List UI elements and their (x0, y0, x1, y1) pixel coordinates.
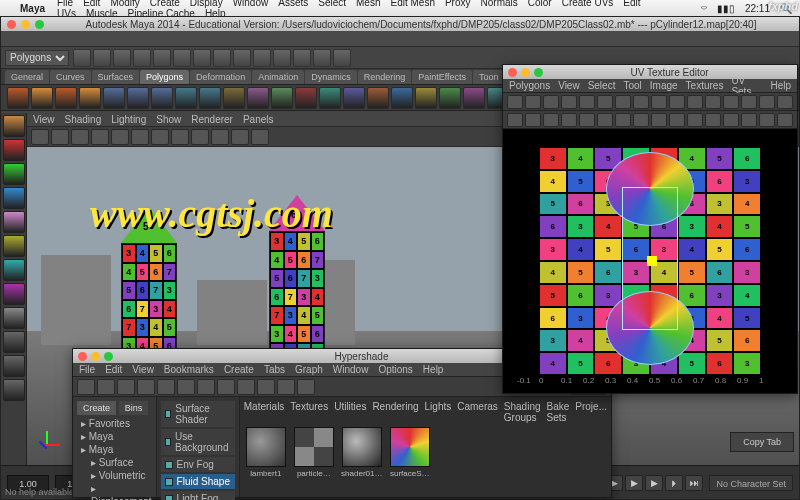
hs-tab[interactable]: Rendering (372, 401, 418, 423)
shelf-tab-animation[interactable]: Animation (252, 70, 304, 84)
shelf-icon[interactable] (247, 87, 269, 109)
status-icon[interactable] (173, 49, 191, 67)
hs-tab[interactable]: Utilities (334, 401, 366, 423)
uv-manipulator[interactable] (647, 256, 657, 266)
shelf-tab-painteffects[interactable]: PaintEffects (412, 70, 472, 84)
uv-tool[interactable] (777, 95, 793, 109)
shelf-tab-dynamics[interactable]: Dynamics (305, 70, 357, 84)
uv-canvas[interactable]: 3456345645634563563456346345634534563456… (503, 129, 797, 393)
tool-button[interactable] (3, 163, 25, 185)
shelf-icon[interactable] (31, 87, 53, 109)
shelf-icon[interactable] (367, 87, 389, 109)
panel-tool[interactable] (51, 129, 69, 145)
status-icon[interactable] (73, 49, 91, 67)
shelf-icon[interactable] (391, 87, 413, 109)
hypershade-work-area[interactable]: MaterialsTexturesUtilitiesRenderingLight… (240, 397, 611, 497)
uv-tool[interactable] (777, 113, 793, 127)
hs-tool[interactable] (197, 379, 215, 395)
shelf-tab-polygons[interactable]: Polygons (140, 70, 189, 84)
mac-menu-edit[interactable]: Edit (83, 0, 100, 8)
hs-tool[interactable] (177, 379, 195, 395)
uv-tool[interactable] (579, 113, 595, 127)
uv-tool[interactable] (723, 95, 739, 109)
uv-menu-polygons[interactable]: Polygons (509, 80, 550, 91)
uv-tool[interactable] (669, 95, 685, 109)
hs-menu-edit[interactable]: Edit (105, 364, 122, 375)
panel-tool[interactable] (151, 129, 169, 145)
panel-tool[interactable] (71, 129, 89, 145)
hs-menu-create[interactable]: Create (224, 364, 254, 375)
status-icon[interactable] (153, 49, 171, 67)
shelf-tab-deformation[interactable]: Deformation (190, 70, 251, 84)
uv-tool[interactable] (597, 95, 613, 109)
node-type-item[interactable]: Env Fog (161, 457, 235, 472)
panel-tool[interactable] (251, 129, 269, 145)
shelf-icon[interactable] (415, 87, 437, 109)
tool-button[interactable] (3, 139, 25, 161)
tree-item[interactable]: ▸ Volumetric (81, 469, 152, 482)
tool-button[interactable] (3, 331, 25, 353)
hs-tool[interactable] (117, 379, 135, 395)
status-icon[interactable] (233, 49, 251, 67)
uv-tool[interactable] (759, 113, 775, 127)
shelf-tab-rendering[interactable]: Rendering (358, 70, 412, 84)
uv-editor-window[interactable]: UV Texture Editor PolygonsViewSelectTool… (502, 64, 798, 394)
hs-tool[interactable] (157, 379, 175, 395)
panel-menu-panels[interactable]: Panels (243, 114, 274, 125)
tool-button[interactable] (3, 307, 25, 329)
hs-tool[interactable] (297, 379, 315, 395)
shelf-icon[interactable] (199, 87, 221, 109)
uv-tool[interactable] (651, 95, 667, 109)
tab-create[interactable]: Create (77, 401, 116, 415)
mac-menu-proxy[interactable]: Proxy (445, 0, 471, 8)
panel-tool[interactable] (111, 129, 129, 145)
tree-item[interactable]: ▸ Favorites (81, 417, 152, 430)
hs-tool[interactable] (137, 379, 155, 395)
shelf-icon[interactable] (103, 87, 125, 109)
shelf-tab-general[interactable]: General (5, 70, 49, 84)
tool-button[interactable] (3, 283, 25, 305)
status-icon[interactable] (193, 49, 211, 67)
shelf-icon[interactable] (463, 87, 485, 109)
close-icon[interactable] (7, 20, 16, 29)
hs-tool[interactable] (277, 379, 295, 395)
hs-tab[interactable]: Proje... (575, 401, 607, 423)
uv-tool[interactable] (705, 95, 721, 109)
uv-tool[interactable] (705, 113, 721, 127)
uv-tool[interactable] (669, 113, 685, 127)
panel-tool[interactable] (91, 129, 109, 145)
uv-tool[interactable] (525, 113, 541, 127)
uv-tool[interactable] (633, 95, 649, 109)
mac-menu-create-uvs[interactable]: Create UVs (562, 0, 614, 8)
uv-tool[interactable] (525, 95, 541, 109)
hs-menu-options[interactable]: Options (378, 364, 412, 375)
tree-item[interactable]: ▸ Maya (81, 430, 152, 443)
mac-menu-select[interactable]: Select (318, 0, 346, 8)
status-icon[interactable] (93, 49, 111, 67)
shelf-icon[interactable] (319, 87, 341, 109)
panel-tool[interactable] (231, 129, 249, 145)
mac-menu-display[interactable]: Display (190, 0, 223, 8)
panel-tool[interactable] (211, 129, 229, 145)
hs-tab[interactable]: Lights (425, 401, 452, 423)
uv-menu-view[interactable]: View (558, 80, 580, 91)
panel-tool[interactable] (31, 129, 49, 145)
rewind-end-button[interactable]: ⏭ (685, 475, 703, 491)
hs-menu-tabs[interactable]: Tabs (264, 364, 285, 375)
node-type-item[interactable]: Surface Shader (161, 401, 235, 427)
copy-tab-button[interactable]: Copy Tab (730, 432, 794, 452)
shelf-icon[interactable] (295, 87, 317, 109)
uv-menu-select[interactable]: Select (588, 80, 616, 91)
uv-tool[interactable] (741, 113, 757, 127)
zoom-icon[interactable] (35, 20, 44, 29)
uv-tool[interactable] (741, 95, 757, 109)
hs-tool[interactable] (97, 379, 115, 395)
mac-menu-color[interactable]: Color (528, 0, 552, 8)
status-icon[interactable] (213, 49, 231, 67)
tool-button[interactable] (3, 379, 25, 401)
uv-tool[interactable] (579, 95, 595, 109)
shelf-tab-curves[interactable]: Curves (50, 70, 91, 84)
status-icon[interactable] (113, 49, 131, 67)
zoom-icon[interactable] (104, 352, 113, 361)
material-swatch[interactable]: shader01… (340, 427, 384, 478)
